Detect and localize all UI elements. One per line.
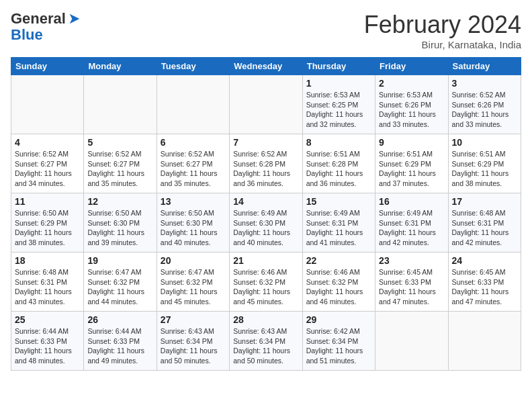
calendar-cell: 4Sunrise: 6:52 AM Sunset: 6:27 PM Daylig… <box>11 134 84 193</box>
page-header: General Blue February 2024 Birur, Karnat… <box>11 11 521 50</box>
calendar-cell: 1Sunrise: 6:53 AM Sunset: 6:25 PM Daylig… <box>302 75 375 134</box>
day-number: 20 <box>161 255 226 266</box>
day-number: 10 <box>452 137 517 148</box>
weekday-thursday: Thursday <box>302 58 375 75</box>
calendar-cell: 15Sunrise: 6:49 AM Sunset: 6:31 PM Dayli… <box>302 193 375 253</box>
logo: General Blue <box>11 11 82 43</box>
day-number: 18 <box>15 255 80 266</box>
day-number: 6 <box>161 137 226 148</box>
day-number: 17 <box>452 196 517 207</box>
weekday-sunday: Sunday <box>11 58 84 75</box>
day-info: Sunrise: 6:42 AM Sunset: 6:34 PM Dayligh… <box>306 326 371 366</box>
calendar-cell: 6Sunrise: 6:52 AM Sunset: 6:27 PM Daylig… <box>157 134 229 193</box>
calendar-cell: 14Sunrise: 6:49 AM Sunset: 6:30 PM Dayli… <box>230 193 302 253</box>
calendar-cell: 21Sunrise: 6:46 AM Sunset: 6:32 PM Dayli… <box>230 253 302 312</box>
day-number: 8 <box>306 137 371 148</box>
calendar-cell: 17Sunrise: 6:48 AM Sunset: 6:31 PM Dayli… <box>448 193 521 253</box>
logo-blue: Blue <box>11 26 43 43</box>
day-info: Sunrise: 6:49 AM Sunset: 6:30 PM Dayligh… <box>233 208 298 248</box>
day-info: Sunrise: 6:51 AM Sunset: 6:29 PM Dayligh… <box>452 149 517 189</box>
calendar-cell: 9Sunrise: 6:51 AM Sunset: 6:29 PM Daylig… <box>375 134 448 193</box>
calendar-cell: 25Sunrise: 6:44 AM Sunset: 6:33 PM Dayli… <box>11 312 84 371</box>
day-info: Sunrise: 6:49 AM Sunset: 6:31 PM Dayligh… <box>306 208 371 248</box>
calendar-cell: 18Sunrise: 6:48 AM Sunset: 6:31 PM Dayli… <box>11 253 84 312</box>
day-info: Sunrise: 6:43 AM Sunset: 6:34 PM Dayligh… <box>161 326 226 366</box>
day-info: Sunrise: 6:53 AM Sunset: 6:25 PM Dayligh… <box>306 90 371 130</box>
calendar-week-4: 18Sunrise: 6:48 AM Sunset: 6:31 PM Dayli… <box>11 253 521 312</box>
calendar-cell: 7Sunrise: 6:52 AM Sunset: 6:28 PM Daylig… <box>230 134 302 193</box>
day-number: 9 <box>379 137 444 148</box>
calendar-cell: 8Sunrise: 6:51 AM Sunset: 6:28 PM Daylig… <box>302 134 375 193</box>
logo-general: General <box>11 11 66 27</box>
calendar-cell: 24Sunrise: 6:45 AM Sunset: 6:33 PM Dayli… <box>448 253 521 312</box>
day-number: 3 <box>452 78 517 89</box>
calendar-week-1: 1Sunrise: 6:53 AM Sunset: 6:25 PM Daylig… <box>11 75 521 134</box>
weekday-monday: Monday <box>84 58 157 75</box>
weekday-wednesday: Wednesday <box>230 58 302 75</box>
day-number: 22 <box>306 255 371 266</box>
calendar-cell: 29Sunrise: 6:42 AM Sunset: 6:34 PM Dayli… <box>302 312 375 371</box>
day-number: 26 <box>87 314 152 325</box>
day-info: Sunrise: 6:45 AM Sunset: 6:33 PM Dayligh… <box>379 267 444 307</box>
day-info: Sunrise: 6:52 AM Sunset: 6:27 PM Dayligh… <box>15 149 80 189</box>
day-number: 2 <box>379 78 444 89</box>
day-info: Sunrise: 6:48 AM Sunset: 6:31 PM Dayligh… <box>15 267 80 307</box>
calendar-cell <box>157 75 229 134</box>
day-info: Sunrise: 6:50 AM Sunset: 6:29 PM Dayligh… <box>15 208 80 248</box>
day-info: Sunrise: 6:43 AM Sunset: 6:34 PM Dayligh… <box>233 326 298 366</box>
calendar-week-5: 25Sunrise: 6:44 AM Sunset: 6:33 PM Dayli… <box>11 312 521 371</box>
calendar-cell: 23Sunrise: 6:45 AM Sunset: 6:33 PM Dayli… <box>375 253 448 312</box>
calendar-cell: 12Sunrise: 6:50 AM Sunset: 6:30 PM Dayli… <box>84 193 157 253</box>
calendar-cell <box>11 75 84 134</box>
day-number: 27 <box>161 314 226 325</box>
day-info: Sunrise: 6:53 AM Sunset: 6:26 PM Dayligh… <box>379 90 444 130</box>
day-number: 19 <box>87 255 152 266</box>
weekday-header-row: SundayMondayTuesdayWednesdayThursdayFrid… <box>11 58 521 75</box>
day-info: Sunrise: 6:51 AM Sunset: 6:28 PM Dayligh… <box>306 149 371 189</box>
day-number: 25 <box>15 314 80 325</box>
month-title: February 2024 <box>364 11 521 39</box>
day-number: 7 <box>233 137 298 148</box>
calendar-cell: 26Sunrise: 6:44 AM Sunset: 6:33 PM Dayli… <box>84 312 157 371</box>
title-block: February 2024 Birur, Karnataka, India <box>364 11 521 50</box>
calendar-cell: 5Sunrise: 6:52 AM Sunset: 6:27 PM Daylig… <box>84 134 157 193</box>
calendar-cell: 2Sunrise: 6:53 AM Sunset: 6:26 PM Daylig… <box>375 75 448 134</box>
day-info: Sunrise: 6:52 AM Sunset: 6:26 PM Dayligh… <box>452 90 517 130</box>
day-number: 14 <box>233 196 298 207</box>
calendar-week-2: 4Sunrise: 6:52 AM Sunset: 6:27 PM Daylig… <box>11 134 521 193</box>
calendar-cell: 19Sunrise: 6:47 AM Sunset: 6:32 PM Dayli… <box>84 253 157 312</box>
calendar-cell: 13Sunrise: 6:50 AM Sunset: 6:30 PM Dayli… <box>157 193 229 253</box>
calendar-cell: 20Sunrise: 6:47 AM Sunset: 6:32 PM Dayli… <box>157 253 229 312</box>
day-number: 24 <box>452 255 517 266</box>
day-number: 29 <box>306 314 371 325</box>
day-number: 16 <box>379 196 444 207</box>
day-number: 4 <box>15 137 80 148</box>
calendar-cell <box>230 75 302 134</box>
location-subtitle: Birur, Karnataka, India <box>364 39 521 50</box>
weekday-saturday: Saturday <box>448 58 521 75</box>
day-number: 21 <box>233 255 298 266</box>
day-info: Sunrise: 6:48 AM Sunset: 6:31 PM Dayligh… <box>452 208 517 248</box>
day-info: Sunrise: 6:52 AM Sunset: 6:27 PM Dayligh… <box>161 149 226 189</box>
calendar-cell: 16Sunrise: 6:49 AM Sunset: 6:31 PM Dayli… <box>375 193 448 253</box>
calendar-cell: 11Sunrise: 6:50 AM Sunset: 6:29 PM Dayli… <box>11 193 84 253</box>
day-number: 23 <box>379 255 444 266</box>
calendar-cell: 22Sunrise: 6:46 AM Sunset: 6:32 PM Dayli… <box>302 253 375 312</box>
day-info: Sunrise: 6:49 AM Sunset: 6:31 PM Dayligh… <box>379 208 444 248</box>
day-info: Sunrise: 6:46 AM Sunset: 6:32 PM Dayligh… <box>233 267 298 307</box>
day-number: 15 <box>306 196 371 207</box>
calendar-cell: 27Sunrise: 6:43 AM Sunset: 6:34 PM Dayli… <box>157 312 229 371</box>
day-info: Sunrise: 6:50 AM Sunset: 6:30 PM Dayligh… <box>161 208 226 248</box>
day-info: Sunrise: 6:44 AM Sunset: 6:33 PM Dayligh… <box>87 326 152 366</box>
day-info: Sunrise: 6:50 AM Sunset: 6:30 PM Dayligh… <box>87 208 152 248</box>
day-number: 13 <box>161 196 226 207</box>
day-info: Sunrise: 6:51 AM Sunset: 6:29 PM Dayligh… <box>379 149 444 189</box>
day-info: Sunrise: 6:52 AM Sunset: 6:28 PM Dayligh… <box>233 149 298 189</box>
day-number: 11 <box>15 196 80 207</box>
calendar-cell <box>448 312 521 371</box>
calendar-cell <box>375 312 448 371</box>
calendar-cell: 28Sunrise: 6:43 AM Sunset: 6:34 PM Dayli… <box>230 312 302 371</box>
day-info: Sunrise: 6:47 AM Sunset: 6:32 PM Dayligh… <box>87 267 152 307</box>
calendar-week-3: 11Sunrise: 6:50 AM Sunset: 6:29 PM Dayli… <box>11 193 521 253</box>
day-number: 5 <box>87 137 152 148</box>
